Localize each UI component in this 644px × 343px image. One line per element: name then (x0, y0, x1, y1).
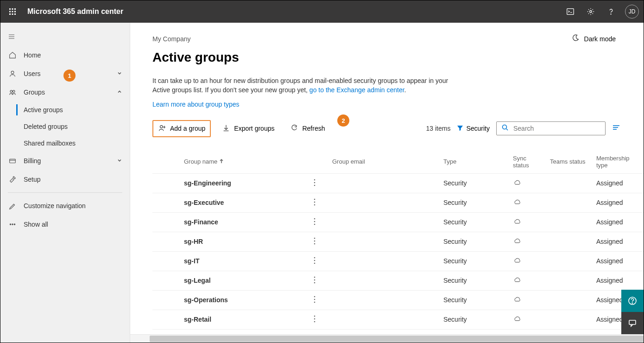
table-row[interactable]: sg-EngineeringSecurityAssigned (152, 173, 644, 193)
col-membership-type[interactable]: Membership type (593, 150, 644, 174)
cell-group-name[interactable]: sg-Finance (180, 212, 310, 232)
nav-divider (8, 192, 122, 193)
refresh-button[interactable]: Refresh (285, 121, 329, 136)
groups-table: Group name Group email Type Sync status … (152, 150, 644, 334)
dark-mode-toggle[interactable]: Dark mode (571, 34, 616, 44)
exchange-admin-link[interactable]: go to the Exchange admin center (309, 86, 404, 94)
add-group-button[interactable]: Add a group (152, 120, 211, 137)
nav-customize[interactable]: Customize navigation (0, 197, 130, 215)
col-group-name[interactable]: Group name (180, 150, 310, 174)
table-row[interactable]: sg-LegalSecurityAssigned (152, 271, 644, 290)
row-menu-icon[interactable] (310, 290, 328, 310)
cell-group-name[interactable]: sg-HR (180, 232, 310, 251)
svg-point-53 (314, 299, 316, 300)
search-input[interactable] (513, 125, 600, 132)
nav-show-all[interactable]: Show all (0, 215, 130, 234)
dark-mode-label: Dark mode (584, 35, 616, 43)
row-menu-icon[interactable] (310, 232, 328, 251)
ellipsis-icon (8, 220, 17, 229)
shell-prompt-icon[interactable] (561, 2, 580, 21)
cell-group-email (328, 173, 440, 193)
nav-setup[interactable]: Setup (0, 170, 130, 189)
nav-groups[interactable]: Groups (0, 83, 130, 102)
cmd-label: Export groups (234, 125, 274, 132)
scrollbar-thumb[interactable] (150, 336, 644, 342)
row-menu-icon[interactable] (310, 310, 328, 329)
cell-group-name[interactable]: sg-Retail (180, 310, 310, 329)
cell-teams-status (546, 232, 593, 251)
table-row[interactable]: sg-ITSecurityAssigned (152, 251, 644, 271)
nav-label: Show all (24, 221, 48, 228)
cell-teams-status (546, 271, 593, 290)
setup-icon (8, 175, 17, 184)
svg-point-36 (314, 184, 316, 186)
col-group-email[interactable]: Group email (328, 150, 440, 174)
nav-deleted-groups[interactable]: Deleted groups (0, 118, 130, 135)
cell-group-email (328, 271, 440, 290)
svg-rect-3 (9, 11, 11, 13)
cell-group-name[interactable]: sg-Operations (180, 290, 310, 310)
nav-shared-mailboxes[interactable]: Shared mailboxes (0, 135, 130, 152)
row-menu-icon[interactable] (310, 212, 328, 232)
help-panel-button[interactable] (621, 290, 644, 312)
nav-active-groups[interactable]: Active groups (0, 102, 130, 118)
cell-sync-status (509, 251, 546, 271)
svg-point-44 (314, 240, 316, 241)
cell-group-name[interactable]: sg-Engineering (180, 173, 310, 193)
app-launcher-icon[interactable] (5, 4, 20, 19)
cell-teams-status (546, 290, 593, 310)
svg-point-52 (314, 296, 316, 297)
table-row[interactable]: sg-FinanceSecurityAssigned (152, 212, 644, 232)
svg-point-29 (503, 125, 507, 129)
row-menu-icon[interactable] (310, 173, 328, 193)
edit-icon (8, 201, 17, 210)
search-box[interactable] (496, 121, 606, 135)
svg-point-50 (314, 279, 316, 280)
cell-group-name[interactable]: sg-IT (180, 251, 310, 271)
cell-group-name[interactable]: sg-Executive (180, 193, 310, 212)
svg-point-47 (314, 260, 316, 261)
horizontal-scrollbar[interactable] (130, 334, 644, 343)
filter-chip[interactable]: Security (457, 125, 490, 133)
nav-billing[interactable]: Billing (0, 152, 130, 170)
svg-rect-9 (567, 9, 574, 15)
svg-rect-60 (629, 320, 636, 324)
col-type[interactable]: Type (440, 150, 509, 174)
cell-type: Security (440, 212, 509, 232)
cell-sync-status (509, 290, 546, 310)
svg-point-35 (314, 182, 316, 183)
list-options-icon[interactable] (612, 124, 620, 133)
cell-teams-status (546, 251, 593, 271)
cell-group-name[interactable]: sg-Legal (180, 271, 310, 290)
table-row[interactable]: sg-OperationsSecurityAssigned (152, 290, 644, 310)
row-menu-icon[interactable] (310, 251, 328, 271)
user-avatar[interactable]: JD (625, 5, 639, 19)
table-row[interactable]: sg-HRSecurityAssigned (152, 232, 644, 251)
feedback-button[interactable] (621, 312, 644, 334)
nav-label: Billing (24, 157, 41, 165)
col-teams-status[interactable]: Teams status (546, 150, 593, 174)
row-menu-icon[interactable] (310, 193, 328, 212)
col-sync-status[interactable]: Sync status (509, 150, 546, 174)
help-icon[interactable] (602, 2, 620, 21)
learn-more-link[interactable]: Learn more about group types (152, 101, 644, 108)
svg-point-38 (314, 201, 316, 203)
svg-rect-6 (9, 13, 11, 15)
svg-point-55 (314, 315, 316, 317)
svg-point-16 (11, 71, 14, 74)
user-icon (8, 69, 17, 78)
nav-collapse-icon[interactable] (0, 27, 23, 46)
cell-sync-status (509, 271, 546, 290)
cell-sync-status (509, 193, 546, 212)
row-menu-icon[interactable] (310, 271, 328, 290)
nav-home[interactable]: Home (0, 46, 130, 64)
svg-point-41 (314, 221, 316, 222)
svg-point-42 (314, 223, 316, 225)
main-content: My Company Dark mode Active groups It ca… (130, 23, 644, 343)
cell-group-email (328, 193, 440, 212)
search-icon (501, 124, 509, 133)
table-row[interactable]: sg-ExecutiveSecurityAssigned (152, 193, 644, 212)
settings-icon[interactable] (581, 2, 600, 21)
export-groups-button[interactable]: Export groups (217, 121, 279, 136)
table-row[interactable]: sg-RetailSecurityAssigned (152, 310, 644, 329)
